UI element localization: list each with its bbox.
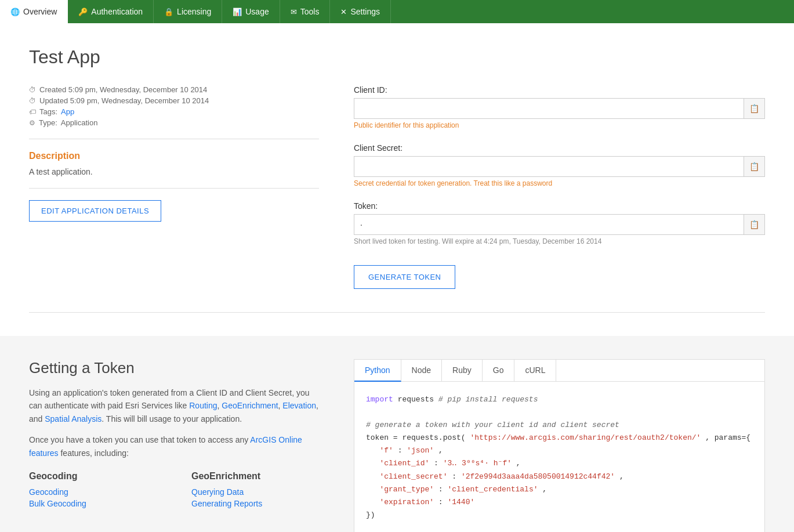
token-hint: Short lived token for testing. Will expi… xyxy=(354,237,765,245)
clipboard-icon: 📋 xyxy=(749,104,759,113)
geocoding-col: Geocoding Geocoding Bulk Geocoding xyxy=(29,471,157,511)
created-row: ⏱ Created 5:09 pm, Wednesday, December 1… xyxy=(29,85,319,94)
code-line-1: import requests # pip install requests xyxy=(366,393,753,406)
overview-icon: 🌐 xyxy=(10,8,20,16)
client-id-label: Client ID: xyxy=(354,85,765,95)
arcgis-link[interactable]: ArcGIS Online features xyxy=(29,435,302,457)
token-label: Token: xyxy=(354,201,765,211)
divider-1 xyxy=(29,139,319,139)
code-line-3: # generate a token with your client id a… xyxy=(366,419,753,432)
right-panel: Client ID: 📋 Public identifier for this … xyxy=(354,85,765,289)
tab-python[interactable]: Python xyxy=(354,360,401,382)
code-line-9: 'expiration' : '1440' xyxy=(366,496,753,509)
code-line-7: 'client_secret' : '2f2e994d3aaa4da580500… xyxy=(366,471,753,483)
usage-icon: 📊 xyxy=(233,8,242,16)
clock2-icon: ⏱ xyxy=(29,97,36,105)
client-id-input[interactable] xyxy=(354,98,744,119)
geocoding-link[interactable]: Geocoding xyxy=(29,487,157,497)
tab-go[interactable]: Go xyxy=(483,360,515,381)
geocoding-title: Geocoding xyxy=(29,471,157,482)
updated-row: ⏱ Updated 5:09 pm, Wednesday, December 1… xyxy=(29,96,319,105)
tags-row: 🏷 Tags: App xyxy=(29,107,319,116)
nav-settings[interactable]: ✕ Settings xyxy=(330,0,391,23)
token-group: Token: 📋 Short lived token for testing. … xyxy=(354,201,765,245)
description-text: A test application. xyxy=(29,167,319,176)
routing-link[interactable]: Routing xyxy=(189,401,217,410)
clipboard3-icon: 📋 xyxy=(749,220,759,229)
code-block: import requests # pip install requests #… xyxy=(354,382,764,532)
client-secret-label: Client Secret: xyxy=(354,143,765,153)
licensing-icon: 🔒 xyxy=(164,8,173,16)
nav-licensing[interactable]: 🔒 Licensing xyxy=(154,0,222,23)
tabs-header: Python Node Ruby Go cURL xyxy=(354,360,764,382)
nav-usage[interactable]: 📊 Usage xyxy=(222,0,280,23)
main-content: Test App ⏱ Created 5:09 pm, Wednesday, D… xyxy=(0,23,794,336)
geoenrichment-service-title: GeoEnrichment xyxy=(191,471,319,482)
querying-data-link[interactable]: Querying Data xyxy=(191,487,319,497)
nav-bar: 🌐 Overview 🔑 Authentication 🔒 Licensing … xyxy=(0,0,794,23)
code-line-4: token = requests.post( 'https://www.arcg… xyxy=(366,432,753,444)
code-line-8: 'grant_type' : 'client_credentials' , xyxy=(366,483,753,496)
clipboard2-icon: 📋 xyxy=(749,162,759,171)
bulk-geocoding-link[interactable]: Bulk Geocoding xyxy=(29,499,157,508)
client-id-hint: Public identifier for this application xyxy=(354,121,765,129)
tools-icon: ✉ xyxy=(291,8,297,16)
auth-icon: 🔑 xyxy=(78,8,88,16)
meta-info: ⏱ Created 5:09 pm, Wednesday, December 1… xyxy=(29,85,319,127)
client-id-row: 📋 xyxy=(354,98,765,119)
client-secret-hint: Secret credential for token generation. … xyxy=(354,179,765,187)
code-tabs: Python Node Ruby Go cURL import requests… xyxy=(354,359,765,532)
clock-icon: ⏱ xyxy=(29,86,36,94)
token-row: 📋 xyxy=(354,214,765,235)
tag-icon: 🏷 xyxy=(29,108,36,116)
top-section: ⏱ Created 5:09 pm, Wednesday, December 1… xyxy=(29,85,765,313)
getting-token-section: Getting a Token Using an application's t… xyxy=(29,359,319,532)
token-input[interactable] xyxy=(354,214,744,235)
geoenrichment-link[interactable]: GeoEnrichment xyxy=(222,401,278,410)
nav-tools[interactable]: ✉ Tools xyxy=(280,0,331,23)
services-section: Geocoding Geocoding Bulk Geocoding GeoEn… xyxy=(29,471,319,511)
left-panel: ⏱ Created 5:09 pm, Wednesday, December 1… xyxy=(29,85,319,289)
nav-overview[interactable]: 🌐 Overview xyxy=(0,0,68,23)
tab-node[interactable]: Node xyxy=(401,360,442,381)
code-line-6: 'client_id' : '3‥ 3⁰⁰s⁴· h⁻f' , xyxy=(366,457,753,470)
copy-client-id-button[interactable]: 📋 xyxy=(744,98,765,119)
client-id-group: Client ID: 📋 Public identifier for this … xyxy=(354,85,765,129)
nav-authentication[interactable]: 🔑 Authentication xyxy=(68,0,154,23)
getting-text-2: Once you have a token you can use that t… xyxy=(29,433,319,459)
page-title: Test App xyxy=(29,46,765,68)
settings-icon: ✕ xyxy=(340,8,347,16)
client-secret-input[interactable] xyxy=(354,156,744,177)
tags-link[interactable]: App xyxy=(61,107,74,116)
tab-curl[interactable]: cURL xyxy=(514,360,556,381)
spatial-link[interactable]: Spatial Analysis xyxy=(45,414,101,424)
elevation-link[interactable]: Elevation xyxy=(282,401,316,410)
edit-app-button[interactable]: EDIT APPLICATION DETAILS xyxy=(29,200,161,222)
divider-2 xyxy=(29,188,319,189)
client-secret-group: Client Secret: 📋 Secret credential for t… xyxy=(354,143,765,187)
copy-token-button[interactable]: 📋 xyxy=(744,214,765,235)
client-secret-row: 📋 xyxy=(354,156,765,177)
getting-title: Getting a Token xyxy=(29,359,319,377)
geoenrichment-col: GeoEnrichment Querying Data Generating R… xyxy=(191,471,319,511)
getting-text-1: Using an application's token generated f… xyxy=(29,386,319,425)
bottom-section: Getting a Token Using an application's t… xyxy=(0,336,794,532)
type-row: ⚙ Type: Application xyxy=(29,118,319,127)
code-section: Python Node Ruby Go cURL import requests… xyxy=(354,359,765,532)
tab-ruby[interactable]: Ruby xyxy=(442,360,483,381)
description-title: Description xyxy=(29,151,319,161)
generating-reports-link[interactable]: Generating Reports xyxy=(191,499,319,508)
code-line-5: 'f' : 'json' , xyxy=(366,444,753,457)
generate-token-button[interactable]: GENERATE TOKEN xyxy=(354,265,455,289)
code-line-10: }) xyxy=(366,509,753,522)
gear-icon: ⚙ xyxy=(29,119,35,127)
copy-client-secret-button[interactable]: 📋 xyxy=(744,156,765,177)
